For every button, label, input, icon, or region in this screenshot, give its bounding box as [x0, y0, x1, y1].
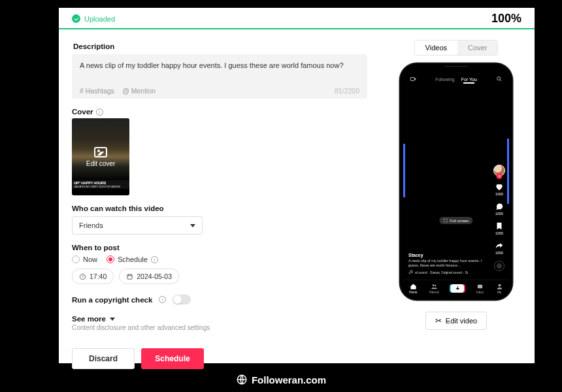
footer-brand-text: Followeran.com: [252, 374, 326, 385]
upload-percent: 100%: [491, 12, 521, 25]
hashtags-button[interactable]: # Hashtags: [80, 87, 114, 95]
schedule-time-input[interactable]: 17:40: [72, 269, 114, 284]
comment-button[interactable]: 1000: [495, 202, 504, 216]
preview-sound[interactable]: al sound · Stacey Original sound - St: [408, 270, 487, 274]
inbox-icon: [476, 283, 484, 290]
schedule-label: Schedule: [155, 354, 190, 363]
nav-create[interactable]: [451, 284, 464, 293]
like-count: 1000: [495, 192, 503, 196]
share-button[interactable]: 1000: [495, 241, 504, 255]
scissors-icon: ✂: [435, 316, 442, 325]
upload-card: Uploaded 100% Description A news clip of…: [59, 8, 535, 363]
when-schedule-radio[interactable]: Schedule i: [107, 255, 158, 263]
description-counter: 81/2200: [335, 87, 359, 95]
preview-crop-left: [403, 144, 405, 197]
footer-brand: Followeran.com: [0, 374, 562, 385]
svg-point-8: [498, 284, 501, 287]
music-note-icon: [408, 270, 413, 274]
live-icon: [410, 76, 416, 82]
heart-icon: [495, 182, 504, 191]
info-icon[interactable]: i: [96, 108, 103, 116]
like-button[interactable]: 1000: [495, 182, 504, 196]
svg-point-3: [497, 77, 501, 80]
when-now-label: Now: [83, 255, 97, 263]
phone-screen: Following For You Full screen: [403, 67, 509, 297]
preview-username[interactable]: Stacey: [408, 253, 487, 257]
schedule-date-value: 2024-05-03: [137, 272, 172, 280]
chevron-down-icon: [110, 318, 115, 321]
avatar[interactable]: [493, 165, 505, 176]
edit-video-label: Edit video: [446, 317, 477, 325]
privacy-label: Who can watch this video: [72, 204, 367, 212]
svg-rect-2: [410, 78, 414, 81]
feed-tab-foryou[interactable]: For You: [461, 77, 477, 82]
cover-thumbnail[interactable]: Edit cover UR" HAPPY HOURS I AM AROUND I…: [72, 118, 129, 195]
mention-button[interactable]: @ Mention: [122, 87, 156, 95]
globe-icon: [236, 374, 248, 385]
description-input[interactable]: A news clip of my toddler happy hour eve…: [72, 54, 367, 99]
copyright-label: Run a copyright check: [72, 296, 152, 304]
edit-cover-label: Edit cover: [86, 160, 115, 167]
info-icon[interactable]: i: [151, 256, 158, 263]
tab-cover[interactable]: Cover: [457, 41, 497, 55]
preview-sound-text: al sound · Stacey Original sound - St: [415, 270, 468, 274]
action-rail: 1000 1000 1000 1000: [493, 165, 505, 271]
info-icon[interactable]: i: [159, 296, 166, 303]
check-icon: [72, 14, 80, 23]
upload-status-text: Uploaded: [84, 15, 115, 23]
fullscreen-icon: [443, 218, 448, 223]
video-caption-area: Stacey A news clip of my toddler happy h…: [408, 253, 487, 274]
share-count: 1000: [495, 251, 503, 255]
preview-crop-right: [507, 139, 509, 204]
nav-friends[interactable]: Friends: [429, 283, 439, 294]
save-button[interactable]: 1000: [495, 221, 504, 235]
nav-me[interactable]: Me: [496, 283, 503, 294]
nav-inbox-label: Inbox: [476, 291, 484, 294]
fullscreen-label: Full screen: [450, 219, 469, 223]
when-now-radio[interactable]: Now: [72, 255, 97, 263]
when-schedule-label: Schedule: [118, 255, 148, 263]
upload-status-row: Uploaded 100%: [59, 8, 535, 28]
tab-videos[interactable]: Videos: [415, 41, 457, 55]
schedule-button[interactable]: Schedule: [141, 348, 204, 369]
see-more-toggle[interactable]: See more: [72, 315, 367, 323]
svg-rect-1: [127, 274, 132, 279]
nav-home-label: Home: [409, 291, 417, 294]
description-label: Description: [73, 42, 367, 50]
nav-inbox[interactable]: Inbox: [476, 283, 484, 294]
save-count: 1000: [495, 231, 503, 235]
search-icon[interactable]: [496, 76, 503, 82]
edit-video-button[interactable]: ✂ Edit video: [425, 312, 487, 330]
comment-icon: [495, 202, 504, 211]
svg-point-5: [433, 284, 435, 286]
comment-count: 1000: [495, 212, 503, 216]
sound-disc-icon[interactable]: [494, 261, 504, 271]
schedule-time-value: 17:40: [90, 272, 107, 280]
discard-button[interactable]: Discard: [72, 348, 135, 369]
when-to-post-label: When to post: [72, 244, 367, 252]
copyright-toggle[interactable]: [173, 295, 191, 304]
schedule-date-input[interactable]: 2024-05-03: [119, 269, 179, 284]
calendar-icon: [126, 273, 133, 280]
privacy-select[interactable]: Friends: [72, 216, 203, 235]
profile-icon: [496, 283, 503, 290]
privacy-selected: Friends: [79, 221, 103, 229]
bottom-nav: Home Friends Inbox Me: [403, 280, 509, 297]
see-more-label: See more: [72, 315, 106, 323]
svg-rect-7: [478, 285, 482, 289]
radio-icon: [107, 255, 114, 263]
friends-icon: [431, 283, 438, 290]
fullscreen-button[interactable]: Full screen: [439, 217, 472, 224]
cover-label: Cover: [72, 108, 93, 116]
description-text: A news clip of my toddler happy hour eve…: [80, 61, 359, 78]
home-icon: [410, 283, 417, 290]
see-more-subtext: Content disclosure and other advanced se…: [72, 324, 367, 331]
feed-topbar: Following For You: [403, 76, 509, 82]
upload-progress-bar: [59, 28, 535, 29]
chevron-down-icon: [190, 224, 195, 227]
image-icon: [94, 147, 107, 157]
nav-friends-label: Friends: [429, 291, 439, 294]
feed-tab-following[interactable]: Following: [435, 77, 455, 82]
nav-home[interactable]: Home: [409, 283, 417, 294]
preview-tabs: Videos Cover: [414, 40, 499, 56]
